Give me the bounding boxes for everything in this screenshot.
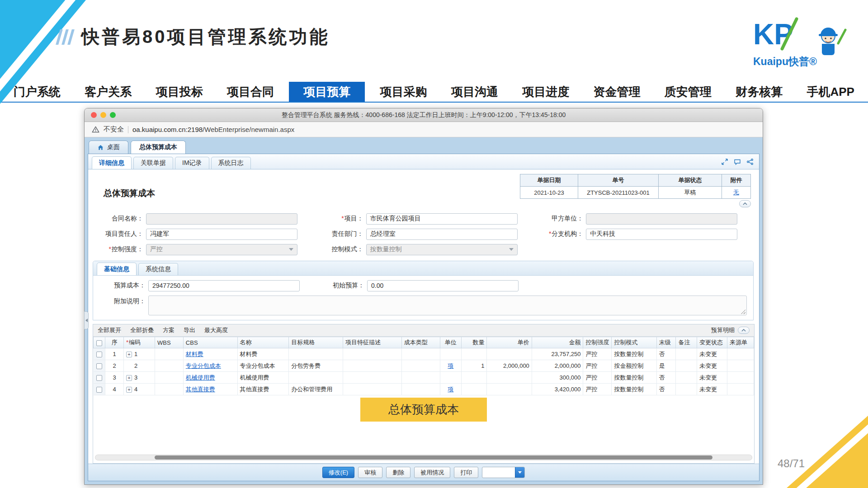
budget-cost-input[interactable]: 29477250.00 [148, 280, 300, 291]
contract-name-input[interactable] [146, 213, 297, 225]
expand-icon[interactable]: + [126, 352, 132, 357]
sidebar-collapse-handle[interactable] [84, 311, 89, 329]
detail-tab[interactable]: 关联单据 [133, 157, 173, 169]
cell-wbs [155, 348, 183, 360]
column-header-price: 单价 [487, 337, 532, 348]
chat-icon[interactable] [734, 158, 741, 165]
table-row[interactable]: 3+3机械使用费机械使用费300,000严控按数量控制否未变更 [94, 372, 754, 384]
expand-icon[interactable] [721, 158, 728, 165]
fullscreen-button[interactable] [110, 112, 116, 118]
field-label: 甲方单位： [533, 215, 586, 223]
nav-item[interactable]: 项目进度 [513, 82, 578, 102]
resize-grip-icon[interactable] [741, 309, 745, 314]
grid-toolbar-right: 预算明细 [711, 326, 750, 334]
base-tabs: 基础信息系统信息 [93, 261, 753, 276]
expand-icon[interactable]: + [126, 387, 132, 393]
control-mode-select[interactable]: 按数量控制 [366, 244, 518, 255]
nav-item[interactable]: 项目合同 [218, 82, 283, 102]
nav-item[interactable]: 质安管理 [656, 82, 721, 102]
cell-link[interactable]: 材料费 [186, 351, 203, 357]
tab-desktop[interactable]: 桌面 [89, 141, 128, 154]
toolbar-link[interactable]: 导出 [184, 326, 195, 334]
footer-button[interactable]: 被用情况 [414, 467, 450, 478]
base-tab[interactable]: 系统信息 [138, 263, 178, 275]
nav-item[interactable]: 项目投标 [147, 82, 212, 102]
close-button[interactable] [91, 112, 97, 118]
project-input[interactable]: 市民体育公园项目 [366, 213, 518, 225]
expand-icon[interactable]: + [126, 375, 132, 381]
footer-button[interactable]: 删除 [386, 467, 410, 478]
scrollbar-thumb[interactable] [155, 455, 712, 460]
cell-link[interactable]: 项 [448, 386, 453, 393]
chevron-left-icon [85, 319, 88, 322]
collapse-grid-button[interactable] [738, 327, 750, 334]
grid-toolbar-links: 全部展开全部折叠方案导出最大高度 [98, 326, 228, 334]
field-spacer [533, 244, 753, 255]
cell-mode: 按数量控制 [612, 384, 656, 395]
modify-button[interactable]: 修改(E) [322, 467, 354, 478]
table-row[interactable]: 1+1材料费材料费23,757,250严控按数量控制否未变更 [94, 348, 754, 360]
column-header-spec: 目标规格 [289, 337, 343, 348]
base-tab[interactable]: 基础信息 [97, 263, 137, 275]
cell-spec: 分包劳务费 [289, 360, 343, 372]
minimize-button[interactable] [100, 112, 106, 118]
footer-button[interactable]: 打印 [454, 467, 478, 478]
footer-select[interactable] [482, 467, 525, 478]
cell-link[interactable]: 其他直接费 [186, 386, 215, 393]
nav-item[interactable]: 项目采购 [371, 82, 436, 102]
control-strength-select[interactable]: 严控 [146, 244, 297, 255]
row-checkbox[interactable] [96, 375, 102, 381]
cell-cbs: 专业分包成本 [183, 360, 237, 372]
cell-link[interactable]: 项 [448, 362, 453, 369]
tab-overall-budget-cost[interactable]: 总体预算成本 [131, 141, 186, 154]
nav-item[interactable]: 手机APP [797, 82, 863, 102]
window-tabs: 桌面 总体预算成本 [88, 137, 760, 154]
row-checkbox[interactable] [96, 352, 102, 357]
footer-button[interactable]: 审核 [358, 467, 382, 478]
detail-tab[interactable]: 系统日志 [211, 157, 251, 169]
toolbar-link[interactable]: 方案 [163, 326, 175, 334]
share-icon[interactable] [746, 158, 754, 165]
column-header-seq: 序 [105, 337, 124, 348]
divider [128, 126, 128, 133]
select-all-checkbox[interactable] [96, 340, 102, 346]
collapse-header-button[interactable] [739, 200, 751, 207]
toolbar-link[interactable]: 全部折叠 [130, 326, 154, 334]
nav-item[interactable]: 客户关系 [75, 82, 141, 102]
department-input[interactable]: 总经理室 [366, 229, 518, 240]
row-checkbox[interactable] [96, 387, 102, 393]
nav-item[interactable]: 财务核算 [726, 82, 792, 102]
detail-tab[interactable]: 详细信息 [92, 156, 132, 169]
row-checkbox[interactable] [96, 363, 102, 369]
cell-remark [676, 372, 697, 384]
attachment-link[interactable]: 无 [733, 189, 739, 196]
cell-wbs [155, 372, 183, 384]
toolbar-link[interactable]: 全部展开 [98, 326, 121, 334]
row-select-cell [94, 360, 105, 372]
field-branch: *分支机构： 中天科技 [533, 228, 753, 240]
party-a-input[interactable] [586, 213, 737, 225]
nav-item[interactable]: 项目预算 [289, 82, 365, 102]
cell-mode: 按数量控制 [612, 372, 656, 384]
cell-unit: 项 [440, 384, 461, 395]
horizontal-scrollbar[interactable] [95, 455, 752, 460]
note-textarea[interactable] [148, 296, 747, 315]
cell-source [727, 360, 754, 372]
field-contract-name: 合同名称： [93, 213, 313, 225]
table-row[interactable]: 4+4其他直接费其他直接费办公和管理费用项3,420,000严控按数量控制否未变… [94, 384, 754, 395]
nav-item[interactable]: 资金管理 [585, 82, 650, 102]
nav-item[interactable]: 项目沟通 [442, 82, 507, 102]
table-row[interactable]: 22专业分包成本专业分包成本分包劳务费项12,000,0002,000,000严… [94, 360, 754, 372]
cell-link[interactable]: 专业分包成本 [186, 362, 221, 369]
branch-input[interactable]: 中天科技 [586, 229, 737, 240]
nav-item[interactable]: 门户系统 [5, 82, 70, 102]
detail-tab[interactable]: IM记录 [175, 157, 209, 169]
cell-link[interactable]: 机械使用费 [186, 374, 215, 381]
footer-buttons: 审核删除被用情况打印 [358, 467, 478, 478]
toolbar-link[interactable]: 最大高度 [204, 326, 228, 334]
initial-budget-input[interactable]: 0.00 [367, 280, 519, 291]
select-dropdown-button[interactable] [515, 467, 524, 478]
browser-urlbar[interactable]: 不安全 oa.kuaipu.com.cn:2198/WebEnterprise/… [85, 122, 763, 137]
cell-change: 未变更 [697, 384, 727, 395]
project-manager-input[interactable]: 冯建军 [146, 229, 297, 240]
